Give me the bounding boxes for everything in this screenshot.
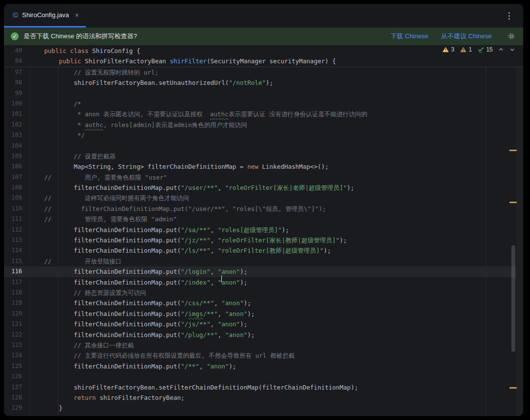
code-line[interactable]: 84 public ShiroFilterFactoryBean shirFil… <box>4 56 523 66</box>
warning-stripe-mark[interactable] <box>509 387 517 389</box>
code-line[interactable]: 111// 管理员, 需要角色权限 "admin" <box>4 214 523 224</box>
line-number[interactable]: 101 <box>4 109 29 119</box>
line-number[interactable]: 118 <box>4 288 29 298</box>
code-text: // 静态资源设置为可访问 <box>29 288 146 298</box>
code-line[interactable]: 100 /* <box>4 99 523 109</box>
code-line[interactable]: 101 * anon 表示匿名访问, 不需要认证以及授权 authc表示需要认证… <box>4 109 523 119</box>
code-editor[interactable]: 3 1 15 <box>4 45 523 416</box>
line-number[interactable]: 115 <box>4 256 29 266</box>
line-number[interactable]: 121 <box>4 319 29 329</box>
line-number[interactable]: 122 <box>4 330 29 340</box>
code-line[interactable]: 113 filterChainDefinitionMap.put("/jz/**… <box>4 235 523 245</box>
line-number[interactable]: 120 <box>4 309 29 319</box>
code-line[interactable]: 119 filterChainDefinitionMap.put("/css/*… <box>4 298 523 308</box>
line-number[interactable]: 102 <box>4 120 29 130</box>
line-number[interactable]: 98 <box>4 78 29 88</box>
code-text: } <box>29 403 63 413</box>
checkmark-icon: ✓ <box>11 32 19 40</box>
code-text: // 设置拦截器 <box>29 151 115 161</box>
code-line[interactable]: 108 filterChainDefinitionMap.put("/user/… <box>4 183 523 193</box>
line-number[interactable]: 123 <box>4 340 29 350</box>
line-number[interactable]: 105 <box>4 151 29 161</box>
line-number[interactable]: 114 <box>4 245 29 256</box>
code-line[interactable]: 129 } <box>4 403 523 413</box>
code-line[interactable]: 103 */ <box>4 130 523 140</box>
line-number[interactable]: 84 <box>4 56 29 66</box>
code-line[interactable]: 97 // 设置无权限时跳转的 url; <box>4 67 523 78</box>
code-line[interactable]: 105 // 设置拦截器 <box>4 151 523 161</box>
code-text: * authc, roles[admin]表示是admin角色的用户才能访问 <box>29 120 247 130</box>
code-line[interactable]: 104 <box>4 141 523 151</box>
code-line[interactable]: 127 shiroFilterFactoryBean.setFilterChai… <box>4 382 523 393</box>
line-number[interactable]: 40 <box>4 46 29 56</box>
code-text: filterChainDefinitionMap.put("/plug/**",… <box>29 330 255 340</box>
line-number[interactable]: 109 <box>4 193 29 203</box>
download-chinese-link[interactable]: 下载 Chinese <box>390 32 428 41</box>
warning-stripe-mark[interactable] <box>509 150 517 151</box>
more-options-icon[interactable] <box>506 11 511 21</box>
code-line[interactable]: 107// 用户, 需要角色权限 "user" <box>4 172 523 183</box>
line-number[interactable]: 113 <box>4 235 29 245</box>
line-number[interactable]: 126 <box>4 371 29 382</box>
code-text: return shiroFilterFactoryBean; <box>29 393 185 403</box>
line-number[interactable]: 103 <box>4 130 29 140</box>
line-number[interactable]: 106 <box>4 161 29 172</box>
code-line[interactable]: 115// 开放登陆接口 <box>4 256 523 266</box>
code-line[interactable]: 126 <box>4 371 523 382</box>
next-problem-button[interactable] <box>509 48 515 52</box>
line-number[interactable]: 99 <box>4 88 29 99</box>
line-number[interactable]: 119 <box>4 298 29 308</box>
code-line[interactable]: 116 filterChainDefinitionMap.put("/login… <box>4 266 523 277</box>
code-line[interactable]: 112 filterChainDefinitionMap.put("/sa/**… <box>4 225 523 235</box>
code-line[interactable]: 110// filterChainDefinitionMap.put("/use… <box>4 204 523 214</box>
warnings-indicator[interactable]: 3 <box>442 46 454 53</box>
tab-shiroconfig[interactable]: © ShiroConfig.java × <box>4 4 86 27</box>
code-line[interactable]: 121 filterChainDefinitionMap.put("/js/**… <box>4 319 523 329</box>
line-number[interactable]: 124 <box>4 350 29 361</box>
code-line[interactable]: 114 filterChainDefinitionMap.put("/ls/**… <box>4 245 523 256</box>
line-number[interactable]: 129 <box>4 403 29 413</box>
line-number[interactable]: 127 <box>4 382 29 393</box>
code-text: // 用户, 需要角色权限 "user" <box>29 172 167 183</box>
code-line[interactable]: 122 filterChainDefinitionMap.put("/plug/… <box>4 330 523 340</box>
chevron-up-icon <box>498 48 504 52</box>
code-text: filterChainDefinitionMap.put("/**", "ano… <box>29 361 236 371</box>
code-line[interactable]: 120 filterChainDefinitionMap.put("/imgs/… <box>4 309 523 319</box>
line-number[interactable]: 97 <box>4 67 29 78</box>
code-line[interactable]: 123 // 其余接口一律拦截 <box>4 340 523 350</box>
settings-gear-icon[interactable] <box>507 32 515 40</box>
code-line[interactable]: 128 return shiroFilterFactoryBean; <box>4 393 523 403</box>
code-line[interactable]: 98 shiroFilterFactoryBean.setUnauthorize… <box>4 78 523 88</box>
line-number[interactable]: 100 <box>4 99 29 109</box>
line-number[interactable]: 116 <box>4 266 29 277</box>
line-number[interactable]: 104 <box>4 141 29 151</box>
code-text: filterChainDefinitionMap.put("/user/**",… <box>29 183 354 193</box>
weak-warnings-indicator[interactable]: 1 <box>460 46 472 53</box>
typos-ok-indicator[interactable]: 15 <box>477 46 493 53</box>
code-text: filterChainDefinitionMap.put("/css/**", … <box>29 298 251 308</box>
line-number[interactable]: 110 <box>4 204 29 214</box>
line-number[interactable]: 128 <box>4 393 29 403</box>
code-line[interactable]: 117 filterChainDefinitionMap.put("/index… <box>4 277 523 288</box>
scrollbar-thumb[interactable] <box>511 245 515 352</box>
code-line[interactable]: 125 filterChainDefinitionMap.put("/**", … <box>4 361 523 371</box>
line-number[interactable]: 111 <box>4 214 29 224</box>
code-line[interactable]: 118 // 静态资源设置为可访问 <box>4 288 523 298</box>
code-text: // 主要这行代码必须放在所有权限设置的最后, 不然会导致所有 url 都被拦截 <box>29 350 294 361</box>
line-number[interactable]: 107 <box>4 172 29 183</box>
previous-problem-button[interactable] <box>498 48 504 52</box>
java-class-icon: © <box>13 11 18 19</box>
line-number[interactable]: 112 <box>4 225 29 235</box>
code-line[interactable]: 102 * authc, roles[admin]表示是admin角色的用户才能… <box>4 120 523 130</box>
line-number[interactable]: 125 <box>4 361 29 371</box>
warning-stripe-mark[interactable] <box>509 202 517 203</box>
code-line[interactable]: 124 // 主要这行代码必须放在所有权限设置的最后, 不然会导致所有 url … <box>4 350 523 361</box>
code-text <box>29 141 44 151</box>
line-number[interactable]: 108 <box>4 183 29 193</box>
line-number[interactable]: 117 <box>4 277 29 288</box>
code-line[interactable]: 106 Map<String, String> filterChainDefin… <box>4 161 523 172</box>
code-line[interactable]: 99 <box>4 88 523 99</box>
never-suggest-link[interactable]: 从不建议 Chinese <box>441 32 492 41</box>
code-line[interactable]: 109// 这样写必须同时拥有两个角色才能访问 <box>4 193 523 203</box>
tab-close-icon[interactable]: × <box>75 11 79 19</box>
